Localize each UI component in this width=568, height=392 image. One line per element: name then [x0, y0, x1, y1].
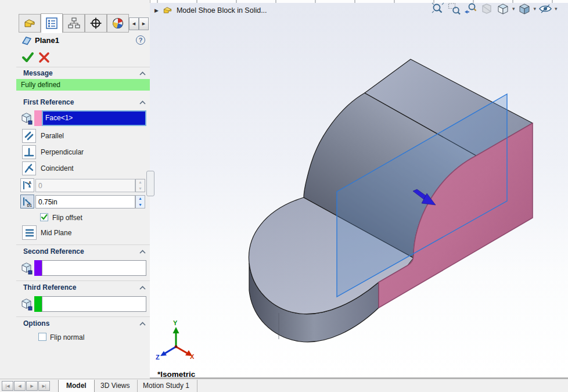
- parallel-label: Parallel: [41, 132, 64, 140]
- tab-scroll-right-button[interactable]: ▶: [139, 17, 149, 30]
- last-tab-button[interactable]: ▶|: [38, 381, 50, 391]
- offset-distance-icon: D1: [21, 196, 33, 207]
- graphics-viewport[interactable]: Y X Z *Isometric: [150, 3, 568, 379]
- tab-dimxpertmanager[interactable]: [85, 14, 107, 33]
- panel-tab-scroll: ◀ ▶: [129, 17, 149, 30]
- angle-button: A: [20, 178, 34, 192]
- offset-distance-button[interactable]: D1: [20, 195, 34, 208]
- second-reference-header: Second Reference: [23, 247, 84, 256]
- triad-origin: [175, 346, 178, 348]
- feature-title: Plane1: [35, 36, 59, 45]
- coincident-label: Coincident: [41, 164, 74, 172]
- divider: [16, 317, 150, 317]
- previous-view-icon[interactable]: [463, 2, 477, 16]
- reference-entity-icon: [20, 261, 33, 275]
- first-reference-header: First Reference: [23, 98, 74, 106]
- tab-propertymanager[interactable]: [41, 13, 63, 33]
- coincident-icon: [23, 163, 35, 174]
- collapse-third-reference-icon[interactable]: [139, 286, 146, 290]
- tab-motion-study-1[interactable]: Motion Study 1: [135, 380, 197, 392]
- angle-icon: A: [21, 179, 33, 191]
- divider: [16, 67, 150, 67]
- angle-input: [35, 179, 135, 192]
- angle-spin-up-icon: ▲: [136, 179, 145, 186]
- flyout-featuremanager: ▶ Model Shoe Block in Solid...: [154, 5, 267, 15]
- next-tab-button[interactable]: ▶: [26, 381, 38, 391]
- status-tab-bar: |◀ ◀ ▶ ▶| Model 3D Views Motion Study 1: [0, 379, 568, 392]
- flip-offset-label[interactable]: Flip offset: [52, 214, 82, 222]
- tab-configurationmanager[interactable]: [63, 14, 85, 33]
- view-orientation-label: *Isometric: [157, 370, 196, 379]
- view-orientation-dropdown-icon[interactable]: ▾: [512, 6, 515, 12]
- view-orientation-icon[interactable]: [496, 2, 510, 16]
- tab-scroll-left-button[interactable]: ◀: [129, 17, 139, 30]
- reference-entity-icon: [20, 297, 33, 311]
- flyout-expand-icon[interactable]: ▶: [154, 8, 159, 13]
- flip-normal-checkbox[interactable]: [38, 333, 46, 341]
- y-axis-label: Y: [173, 319, 178, 326]
- angle-spinner: ▲ ▼: [135, 179, 145, 192]
- coincident-button[interactable]: [22, 161, 36, 175]
- third-reference-color-strip: [34, 296, 42, 312]
- first-reference-color-strip: [34, 110, 42, 126]
- hide-show-dropdown-icon[interactable]: ▾: [555, 6, 558, 12]
- svg-text:D1: D1: [27, 203, 33, 207]
- displaymanager-pie-icon: [111, 17, 125, 30]
- display-style-icon[interactable]: [517, 2, 531, 16]
- x-axis-label: X: [190, 353, 195, 360]
- collapse-first-reference-icon[interactable]: [139, 100, 146, 105]
- help-icon[interactable]: ?: [136, 35, 145, 45]
- mid-plane-button[interactable]: [22, 225, 37, 240]
- plane-icon: [21, 35, 33, 46]
- divider: [16, 280, 150, 281]
- parallel-button[interactable]: [22, 129, 36, 143]
- third-reference-header: Third Reference: [23, 283, 76, 292]
- tab-displaymanager[interactable]: [107, 14, 129, 33]
- part-icon: [23, 17, 37, 30]
- mid-plane-icon: [24, 227, 35, 239]
- collapse-options-icon[interactable]: [139, 322, 146, 326]
- dimxpert-target-icon: [89, 17, 103, 30]
- hide-show-items-icon[interactable]: [538, 2, 552, 16]
- angle-spin-down-icon: ▼: [136, 186, 145, 192]
- flip-offset-checkbox[interactable]: [40, 213, 48, 221]
- message-header: Message: [23, 69, 53, 77]
- svg-text:A: A: [28, 181, 31, 185]
- third-reference-selection-box[interactable]: [42, 296, 146, 312]
- checkmark-icon: [41, 214, 48, 221]
- zoom-to-fit-icon[interactable]: [431, 2, 445, 16]
- offset-spin-up-icon[interactable]: ▲: [136, 196, 145, 202]
- options-header: Options: [23, 319, 49, 328]
- reference-entity-icon: [20, 111, 33, 125]
- first-tab-button[interactable]: |◀: [2, 381, 13, 391]
- z-axis-label: Z: [156, 354, 160, 361]
- panel-splitter-handle[interactable]: [146, 171, 154, 196]
- section-view-icon[interactable]: [480, 2, 494, 16]
- offset-distance-input[interactable]: [35, 195, 135, 208]
- document-title[interactable]: Model Shoe Block in Solid...: [177, 6, 267, 15]
- flip-normal-label[interactable]: Flip normal: [50, 333, 84, 341]
- collapse-message-icon[interactable]: [139, 71, 146, 76]
- configuration-tree-icon: [67, 17, 81, 30]
- second-reference-selection-box[interactable]: [42, 260, 146, 276]
- tab-featuremanager[interactable]: [19, 14, 41, 33]
- tab-3d-views[interactable]: 3D Views: [93, 380, 138, 392]
- perpendicular-icon: [23, 146, 35, 158]
- offset-spin-down-icon[interactable]: ▼: [136, 202, 145, 208]
- zoom-to-area-icon[interactable]: [447, 2, 461, 16]
- parallel-icon: [23, 130, 35, 142]
- first-reference-selection-box[interactable]: Face<1>: [42, 110, 146, 126]
- perpendicular-button[interactable]: [22, 145, 36, 159]
- cancel-button[interactable]: [38, 52, 50, 63]
- property-list-icon: [45, 17, 59, 30]
- ok-button[interactable]: [21, 51, 35, 64]
- mid-plane-label: Mid Plane: [41, 229, 71, 237]
- tab-model[interactable]: Model: [58, 380, 95, 392]
- perpendicular-label: Perpendicular: [41, 148, 84, 156]
- display-style-dropdown-icon[interactable]: ▾: [534, 6, 537, 12]
- previous-tab-button[interactable]: ◀: [14, 381, 26, 391]
- part-document-icon: [162, 5, 173, 15]
- divider: [16, 244, 150, 245]
- collapse-second-reference-icon[interactable]: [139, 250, 146, 254]
- offset-distance-spinner[interactable]: ▲ ▼: [135, 195, 145, 208]
